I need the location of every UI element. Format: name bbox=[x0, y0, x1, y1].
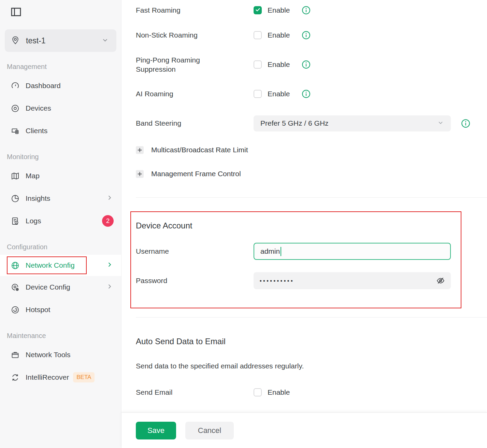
sidebar-item-network-config[interactable]: Network Config bbox=[0, 255, 121, 276]
sidebar-item-network-tools[interactable]: Network Tools bbox=[0, 344, 121, 366]
plus-icon[interactable] bbox=[136, 146, 144, 154]
enable-label: Enable bbox=[268, 388, 302, 396]
site-name: test-1 bbox=[26, 36, 46, 45]
ai-roaming-checkbox[interactable] bbox=[254, 90, 262, 98]
beta-badge: BETA bbox=[73, 372, 95, 382]
auto-send-title: Auto Send Data to Email bbox=[136, 337, 487, 346]
form-row-ai-roaming: AI Roaming Enable bbox=[136, 79, 487, 109]
expander-multicast-rate-limit[interactable]: Multicast/Broadcast Rate Limit bbox=[136, 138, 487, 162]
non-stick-roaming-label: Non-Stick Roaming bbox=[136, 30, 254, 40]
sidebar-item-dashboard[interactable]: Dashboard bbox=[0, 74, 121, 97]
password-label: Password bbox=[136, 276, 254, 285]
sidebar-item-insights[interactable]: Insights bbox=[0, 187, 121, 210]
toolbox-icon bbox=[10, 350, 20, 360]
expander-management-frame-control[interactable]: Management Frame Control bbox=[136, 162, 487, 186]
form-row-username: Username admin bbox=[136, 237, 461, 266]
dashboard-icon bbox=[10, 81, 20, 90]
sidebar-item-clients[interactable]: Clients bbox=[0, 120, 121, 142]
hotspot-icon bbox=[10, 305, 20, 314]
settings-form: Fast Roaming Enable Non-Stick Roaming En… bbox=[121, 0, 487, 412]
enable-label: Enable bbox=[268, 90, 302, 98]
ai-roaming-label: AI Roaming bbox=[136, 89, 254, 98]
eye-off-icon[interactable] bbox=[436, 276, 445, 285]
expander-label: Multicast/Broadcast Rate Limit bbox=[151, 146, 248, 154]
sidebar-item-devices[interactable]: Devices bbox=[0, 97, 121, 120]
info-icon[interactable] bbox=[302, 6, 311, 15]
logs-icon bbox=[10, 216, 20, 226]
sidebar-toggle-icon[interactable] bbox=[10, 12, 22, 18]
device-config-icon bbox=[10, 283, 20, 292]
form-row-password: Password •••••••••• bbox=[136, 266, 461, 295]
band-steering-value: Prefer 5 GHz / 6 GHz bbox=[260, 119, 329, 127]
band-steering-label: Band Steering bbox=[136, 118, 254, 128]
send-email-checkbox[interactable] bbox=[254, 388, 262, 396]
section-label-configuration: Configuration bbox=[7, 241, 121, 253]
map-icon bbox=[10, 171, 20, 181]
band-steering-select[interactable]: Prefer 5 GHz / 6 GHz bbox=[254, 115, 451, 131]
info-icon[interactable] bbox=[302, 60, 311, 69]
auto-send-description: Send data to the specified email address… bbox=[136, 362, 487, 370]
repeat-icon bbox=[10, 373, 20, 382]
section-label-maintenance: Maintenance bbox=[7, 330, 121, 341]
divider bbox=[136, 317, 487, 318]
password-masked-value: •••••••••• bbox=[260, 278, 294, 284]
logs-count-badge: 2 bbox=[102, 215, 114, 227]
username-input[interactable]: admin bbox=[254, 243, 451, 260]
send-email-label: Send Email bbox=[136, 388, 254, 397]
ping-pong-roaming-label: Ping-Pong Roaming Suppression bbox=[136, 55, 254, 74]
password-input[interactable]: •••••••••• bbox=[254, 272, 451, 289]
sidebar-item-logs[interactable]: Logs 2 bbox=[0, 210, 121, 232]
sidebar: test-1 Management Dashboard Devices Clie… bbox=[0, 0, 121, 448]
enable-label: Enable bbox=[268, 6, 302, 14]
cancel-button[interactable]: Cancel bbox=[185, 422, 234, 439]
insights-pie-icon bbox=[10, 194, 20, 203]
info-icon[interactable] bbox=[302, 31, 311, 40]
info-icon[interactable] bbox=[461, 119, 470, 128]
form-row-ping-pong-roaming: Ping-Pong Roaming Suppression Enable bbox=[136, 50, 487, 79]
main-panel: Fast Roaming Enable Non-Stick Roaming En… bbox=[121, 0, 487, 448]
location-pin-icon bbox=[10, 35, 20, 46]
divider bbox=[136, 197, 487, 198]
form-row-non-stick-roaming: Non-Stick Roaming Enable bbox=[136, 20, 487, 50]
devices-icon bbox=[10, 104, 20, 113]
plus-icon[interactable] bbox=[136, 170, 144, 178]
enable-label: Enable bbox=[268, 31, 302, 39]
globe-icon bbox=[10, 261, 20, 270]
fast-roaming-checkbox[interactable] bbox=[254, 6, 262, 14]
info-icon[interactable] bbox=[302, 89, 311, 98]
red-annotation-device-account: Device Account Username admin Password •… bbox=[130, 211, 461, 308]
username-label: Username bbox=[136, 247, 254, 256]
sidebar-item-device-config[interactable]: Device Config bbox=[0, 276, 121, 298]
expander-label: Management Frame Control bbox=[151, 170, 241, 178]
form-footer: Save Cancel bbox=[121, 412, 487, 448]
sidebar-item-intellirecover[interactable]: IntelliRecover BETA bbox=[0, 366, 121, 389]
form-row-fast-roaming: Fast Roaming Enable bbox=[136, 0, 487, 20]
fast-roaming-label: Fast Roaming bbox=[136, 5, 254, 15]
chevron-right-icon bbox=[105, 261, 114, 270]
chevron-down-icon bbox=[101, 36, 110, 46]
save-button[interactable]: Save bbox=[136, 422, 176, 439]
check-icon bbox=[255, 7, 261, 14]
section-label-monitoring: Monitoring bbox=[7, 151, 121, 163]
enable-label: Enable bbox=[268, 60, 302, 69]
username-value: admin bbox=[260, 247, 280, 255]
form-row-send-email: Send Email Enable bbox=[136, 378, 487, 407]
chevron-down-icon bbox=[436, 118, 445, 128]
text-caret bbox=[281, 247, 281, 256]
chevron-right-icon bbox=[105, 282, 114, 292]
sidebar-item-map[interactable]: Map bbox=[0, 165, 121, 187]
device-account-title: Device Account bbox=[136, 221, 461, 230]
site-selector[interactable]: test-1 bbox=[5, 29, 116, 52]
clients-icon bbox=[10, 126, 20, 136]
chevron-right-icon bbox=[105, 194, 114, 204]
form-row-band-steering: Band Steering Prefer 5 GHz / 6 GHz bbox=[136, 109, 487, 138]
sidebar-item-hotspot[interactable]: Hotspot bbox=[0, 298, 121, 321]
ping-pong-roaming-checkbox[interactable] bbox=[254, 60, 262, 69]
section-label-management: Management bbox=[7, 61, 121, 72]
non-stick-roaming-checkbox[interactable] bbox=[254, 31, 262, 39]
